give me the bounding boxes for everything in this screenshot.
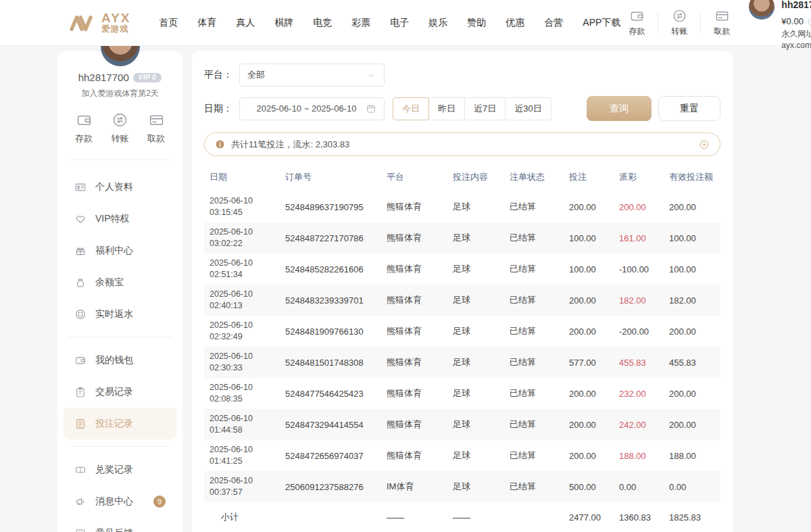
avatar[interactable] bbox=[749, 0, 775, 20]
cell-date: 2025-06-1000:37:57 bbox=[210, 475, 285, 498]
cell-valid: 0.00 bbox=[669, 482, 718, 492]
nav-item[interactable]: 真人 bbox=[236, 17, 255, 29]
sidebar-item-label: 实时返水 bbox=[95, 308, 133, 320]
sidebar-item-gift[interactable]: 福利中心 bbox=[64, 235, 176, 266]
cell-status: 已结算 bbox=[510, 481, 569, 493]
cell-valid: 200.00 bbox=[669, 327, 718, 337]
header-quick-actions: 存款转账取款 bbox=[620, 8, 738, 37]
cell-bet: 200.00 bbox=[569, 420, 619, 430]
quick-range-button[interactable]: 昨日 bbox=[428, 97, 465, 120]
header-action-transfer[interactable]: 转账 bbox=[663, 8, 695, 37]
message-count-badge: 9 bbox=[153, 495, 166, 508]
cell-order: 5248487227170786 bbox=[285, 233, 387, 243]
cell-platform: 熊猫体育 bbox=[387, 232, 453, 244]
bet-table: 日期订单号平台投注内容注单状态投注派彩有效投注额 2025-06-1003:15… bbox=[204, 163, 720, 532]
cell-date: 2025-06-1003:15:45 bbox=[210, 195, 285, 218]
divider bbox=[68, 446, 172, 447]
cell-content: 足球 bbox=[453, 263, 510, 275]
wallet-icon bbox=[76, 112, 93, 128]
cell-valid: 100.00 bbox=[669, 264, 718, 274]
cell-bet: 200.00 bbox=[569, 389, 619, 399]
subtotal-cell: 1360.83 bbox=[619, 512, 669, 523]
sidebar-item-label: 意见反馈 bbox=[95, 527, 133, 532]
cell-date: 2025-06-1002:30:33 bbox=[210, 351, 285, 374]
cell-valid: 200.00 bbox=[669, 202, 718, 212]
column-header: 派彩 bbox=[619, 171, 669, 183]
column-header: 投注 bbox=[569, 171, 619, 183]
sidebar-item-bet-records[interactable]: 投注记录 bbox=[64, 408, 176, 439]
nav-item[interactable]: 彩票 bbox=[351, 17, 370, 29]
nav-item[interactable]: 娱乐 bbox=[428, 17, 447, 29]
date-range-input[interactable]: 2025-06-10 ~ 2025-06-10 bbox=[239, 97, 385, 120]
nav-item[interactable]: 电子 bbox=[390, 17, 409, 29]
cell-status: 已结算 bbox=[510, 232, 569, 244]
cell-payout: 188.00 bbox=[619, 451, 669, 461]
quick-range-button[interactable]: 近30日 bbox=[505, 97, 551, 120]
quick-range-button[interactable]: 今日 bbox=[393, 97, 429, 120]
sidebar-action-withdraw[interactable]: 取款 bbox=[147, 112, 165, 145]
platform-select[interactable]: 全部 bbox=[239, 64, 385, 87]
transfer-icon bbox=[112, 112, 128, 128]
table-row: 2025-06-1001:44:585248473294414554熊猫体育足球… bbox=[204, 409, 720, 440]
cell-bet: 200.00 bbox=[569, 295, 619, 306]
divider bbox=[700, 13, 701, 33]
sidebar-item-records[interactable]: 交易记录 bbox=[64, 376, 176, 408]
cell-date: 2025-06-1002:40:13 bbox=[210, 289, 285, 312]
cell-content: 足球 bbox=[453, 294, 510, 306]
header-right: 存款转账取款 hh2817700 VIP 0 ¥0.00 永久网址: ayx.c… bbox=[620, 0, 811, 51]
sidebar-item-rebate[interactable]: 实时返水 bbox=[64, 298, 176, 330]
brand-logo[interactable]: AYX 爱游戏 bbox=[68, 11, 130, 34]
reset-button[interactable]: 重置 bbox=[658, 96, 720, 121]
cell-date: 2025-06-1001:41:25 bbox=[210, 444, 285, 467]
cell-content: 足球 bbox=[453, 232, 510, 244]
sidebar-action-transfer[interactable]: 转账 bbox=[112, 112, 129, 145]
cell-content: 足球 bbox=[453, 481, 510, 493]
user-block: hh2817700 VIP 0 ¥0.00 永久网址: ayx.com bbox=[749, 0, 811, 51]
header-action-withdraw[interactable]: 取款 bbox=[706, 8, 738, 37]
sidebar-item-id-card[interactable]: 个人资料 bbox=[64, 171, 176, 203]
sidebar-item-vip-heart[interactable]: VIP特权 bbox=[64, 203, 176, 235]
nav-item[interactable]: 棋牌 bbox=[274, 17, 293, 29]
cell-platform: 熊猫体育 bbox=[387, 450, 453, 462]
cell-order: 5248483239339701 bbox=[285, 295, 387, 306]
cell-date: 2025-06-1002:51:34 bbox=[210, 258, 285, 281]
subtotal-row: 小计————2477.001360.831825.83 bbox=[204, 502, 720, 532]
nav-item[interactable]: 赞助 bbox=[467, 17, 486, 29]
main-nav: 首页体育真人棋牌电竞彩票电子娱乐赞助优惠合营APP下载 bbox=[159, 17, 620, 29]
sidebar-item-feedback[interactable]: 意见反馈 bbox=[64, 517, 176, 532]
quick-range-button[interactable]: 近7日 bbox=[464, 97, 506, 120]
cell-bet: 200.00 bbox=[569, 327, 619, 337]
nav-item[interactable]: 合营 bbox=[544, 17, 563, 29]
column-header: 有效投注额 bbox=[669, 171, 718, 183]
cell-status: 已结算 bbox=[510, 356, 569, 368]
vip-heart-icon bbox=[74, 213, 87, 225]
cell-status: 已结算 bbox=[510, 418, 569, 431]
header-action-wallet[interactable]: 存款 bbox=[620, 8, 653, 37]
id-card-icon bbox=[74, 181, 87, 193]
nav-item[interactable]: APP下载 bbox=[583, 17, 620, 29]
sidebar-item-label: 福利中心 bbox=[95, 245, 133, 257]
sidebar-item-label: 消息中心 bbox=[95, 495, 133, 508]
sidebar-item-prize[interactable]: 兑奖记录 bbox=[64, 454, 176, 485]
column-header: 平台 bbox=[387, 171, 453, 183]
nav-item[interactable]: 首页 bbox=[159, 17, 178, 29]
sidebar-item-label: 我的钱包 bbox=[95, 354, 133, 366]
sidebar-action-wallet[interactable]: 存款 bbox=[75, 112, 93, 145]
cell-valid: 200.00 bbox=[669, 389, 718, 399]
plus-circle-icon[interactable] bbox=[699, 139, 710, 150]
sidebar-item-money-bag[interactable]: 余额宝 bbox=[64, 266, 176, 298]
subtotal-cell: —— bbox=[453, 512, 510, 523]
rebate-icon bbox=[74, 308, 87, 320]
nav-item[interactable]: 优惠 bbox=[506, 17, 524, 29]
user-meta: hh2817700 VIP 0 ¥0.00 永久网址: ayx.com bbox=[781, 0, 811, 51]
cell-status: 已结算 bbox=[510, 263, 569, 275]
query-button[interactable]: 查询 bbox=[587, 96, 652, 121]
balance-chevron-icon[interactable] bbox=[807, 17, 811, 27]
cell-platform: 熊猫体育 bbox=[387, 294, 453, 306]
sidebar-item-wallet[interactable]: 我的钱包 bbox=[64, 344, 176, 376]
nav-item[interactable]: 体育 bbox=[197, 17, 216, 29]
nav-item[interactable]: 电竞 bbox=[313, 17, 332, 29]
subtotal-cell: 小计 bbox=[210, 511, 250, 523]
cell-status: 已结算 bbox=[510, 325, 569, 337]
sidebar-item-message[interactable]: 消息中心9 bbox=[64, 485, 176, 517]
